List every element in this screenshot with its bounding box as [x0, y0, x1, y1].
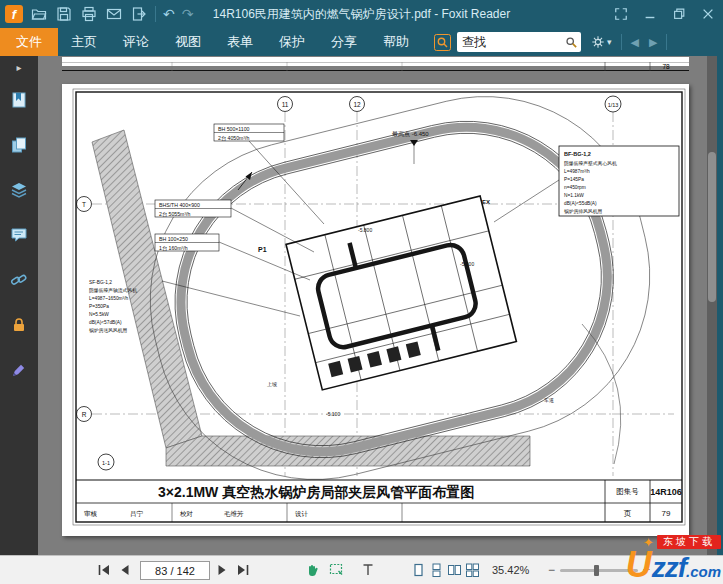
- continuous-facing-view-button[interactable]: [464, 562, 480, 578]
- elevation-label-1: -5.800: [358, 227, 372, 233]
- p1-label: P1: [258, 246, 267, 253]
- menu-item-help[interactable]: 帮助: [370, 28, 422, 56]
- fullscreen-icon[interactable]: [612, 5, 630, 23]
- last-page-button[interactable]: [235, 562, 251, 578]
- svg-text:n=450rpm: n=450rpm: [564, 185, 586, 190]
- pdf-page[interactable]: 11 12 1/13 T R 1-1: [62, 84, 689, 536]
- svg-text:防爆低噪声轴流式风机: 防爆低噪声轴流式风机: [89, 287, 137, 294]
- menu-separator: [621, 34, 622, 50]
- menu-item-view[interactable]: 视图: [162, 28, 214, 56]
- grid-ref-left1: T: [82, 201, 86, 208]
- snapshot-tool-button[interactable]: [328, 562, 344, 578]
- page-number-input[interactable]: [140, 561, 210, 580]
- security-panel-icon[interactable]: [8, 314, 30, 336]
- file-menu-tab[interactable]: 文件: [0, 28, 58, 56]
- restore-button[interactable]: [670, 5, 688, 23]
- sheet-page-value: 79: [662, 509, 671, 518]
- bookmark-panel-icon[interactable]: [8, 89, 30, 111]
- svg-text:P=350Pa: P=350Pa: [89, 304, 109, 309]
- annotation-box2-line1: BHS/TH 400×900: [159, 202, 200, 208]
- find-previous-icon[interactable]: ◀: [631, 34, 639, 50]
- reviewer-label: 审核: [84, 510, 98, 517]
- continuous-view-button[interactable]: [428, 562, 444, 578]
- settings-gear-icon[interactable]: ▾: [591, 35, 612, 49]
- svg-text:防爆低噪声壁式离心风机: 防爆低噪声壁式离心风机: [564, 160, 617, 167]
- previous-page-button[interactable]: [117, 562, 133, 578]
- find-next-icon[interactable]: ▶: [649, 34, 657, 50]
- save-icon[interactable]: [55, 5, 73, 23]
- minimize-button[interactable]: [641, 5, 659, 23]
- watermark-brand-tld: .com: [686, 564, 721, 579]
- single-page-view-button[interactable]: [410, 562, 426, 578]
- watermark-brand-zzf: zzf: [652, 554, 686, 582]
- menu-item-form[interactable]: 表单: [214, 28, 266, 56]
- document-area[interactable]: 78: [38, 56, 707, 556]
- watermark-brand-u: U: [626, 547, 652, 583]
- ex-label: EX: [482, 199, 490, 205]
- email-icon[interactable]: [105, 5, 123, 23]
- signature-panel-icon[interactable]: [8, 359, 30, 381]
- reviewer-name: 吕宁: [130, 510, 144, 517]
- foxit-logo-icon[interactable]: f: [5, 5, 23, 23]
- grid-ref-top1: 11: [282, 101, 289, 108]
- facing-view-button[interactable]: [446, 562, 462, 578]
- elevation-label-2: -5.000: [460, 261, 474, 267]
- supply-fan-spec-block: SF-BG-1,2 防爆低噪声轴流式风机 L=4987~1650m³/h P=3…: [89, 280, 137, 334]
- atlas-number-value: 14R106: [650, 487, 682, 497]
- quick-access-toolbar: f ↶ ↷: [0, 5, 193, 23]
- navigation-panel-sidebar: ▸: [0, 56, 38, 556]
- pages-panel-icon[interactable]: [8, 134, 30, 156]
- zoom-percentage: 35.42%: [492, 564, 529, 576]
- close-button[interactable]: [699, 5, 717, 23]
- ramp-label: 上坡: [267, 381, 277, 387]
- panel-expand-icon[interactable]: ▸: [16, 62, 21, 73]
- svg-text:L=4987~1650m³/h: L=4987~1650m³/h: [89, 296, 129, 301]
- search-input[interactable]: [459, 35, 564, 49]
- menu-item-home[interactable]: 主页: [58, 28, 110, 56]
- open-file-icon[interactable]: [30, 5, 48, 23]
- export-icon[interactable]: [130, 5, 148, 23]
- grid-ref-top2: 12: [353, 101, 361, 108]
- comments-panel-icon[interactable]: [8, 224, 30, 246]
- annotation-box3-line1: BH 100×250: [159, 236, 188, 242]
- zoom-slider-thumb[interactable]: [594, 565, 599, 576]
- vertical-scrollbar[interactable]: [707, 56, 717, 556]
- select-text-button[interactable]: [360, 562, 376, 578]
- find-icon[interactable]: [434, 34, 451, 51]
- first-page-button[interactable]: [96, 562, 112, 578]
- layers-panel-icon[interactable]: [8, 179, 30, 201]
- attachments-panel-icon[interactable]: [8, 269, 30, 291]
- undo-icon[interactable]: ↶: [163, 6, 175, 22]
- hand-tool-button[interactable]: [304, 562, 320, 578]
- next-page-button[interactable]: [214, 562, 230, 578]
- annotation-box1-line2: 2台 4050m³/h: [218, 135, 250, 142]
- svg-text:BF-BG-1,2: BF-BG-1,2: [564, 151, 591, 157]
- watermark-brand: Uzzf.com: [626, 547, 721, 583]
- designer-label: 设计: [295, 510, 309, 517]
- print-icon[interactable]: [80, 5, 98, 23]
- annotation-box3-line2: 1台 160m³/h: [159, 245, 188, 252]
- drawing-title: 3×2.1MW 真空热水锅炉房局部夹层风管平面布置图: [158, 484, 474, 500]
- grid-ref-left2: R: [82, 411, 87, 418]
- scrollbar-thumb[interactable]: [708, 152, 716, 302]
- watermark-logo: ✦ 东坡下载 Uzzf.com: [626, 535, 721, 583]
- annotation-box1-line1: BH 500×1100: [218, 126, 250, 132]
- search-icon[interactable]: [564, 35, 579, 50]
- annotation-box2-line2: 2台 5055m³/h: [159, 211, 191, 218]
- elevation-label-3: -5.100: [326, 411, 340, 417]
- menu-item-protect[interactable]: 保护: [266, 28, 318, 56]
- titlebar: f ↶ ↷ 14R106民用建筑内的燃气锅炉房设计.pdf - Foxit Re…: [0, 0, 723, 28]
- window-title: 14R106民用建筑内的燃气锅炉房设计.pdf - Foxit Reader: [213, 6, 510, 23]
- menu-bar: 文件 主页 评论 视图 表单 保护 分享 帮助 ▾ ◀ ▶: [0, 28, 723, 56]
- zoom-out-icon[interactable]: −: [548, 563, 555, 577]
- previous-page-number: 78: [662, 63, 670, 70]
- svg-text:dB(A)<55dB(A): dB(A)<55dB(A): [564, 201, 597, 206]
- menu-item-share[interactable]: 分享: [318, 28, 370, 56]
- sheet-page-label: 页: [624, 509, 632, 518]
- svg-text:L=4987m³/h: L=4987m³/h: [564, 169, 590, 174]
- grid-ref-top3: 1/13: [608, 102, 619, 108]
- svg-text:N=5.5kW: N=5.5kW: [89, 312, 109, 317]
- checker-name: 毛维芳: [224, 510, 244, 517]
- redo-icon[interactable]: ↷: [182, 6, 194, 22]
- menu-item-comment[interactable]: 评论: [110, 28, 162, 56]
